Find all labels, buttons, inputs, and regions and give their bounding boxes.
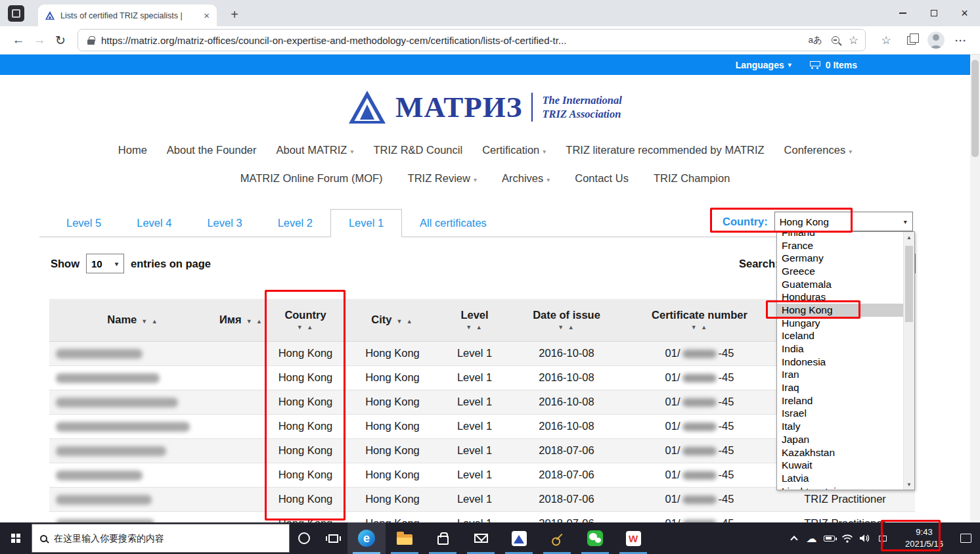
- refresh-button[interactable]: ↻: [50, 30, 71, 51]
- taskbar-search-input[interactable]: [54, 533, 289, 543]
- tab-level-5[interactable]: Level 5: [49, 209, 119, 237]
- browser-tab[interactable]: Lists of certified TRIZ specialists | ×: [38, 5, 217, 26]
- nav-item-archives[interactable]: Archives▾: [502, 172, 550, 185]
- redacted-certificate-number: [682, 447, 717, 455]
- country-option-kuwait[interactable]: Kuwait: [777, 459, 903, 472]
- country-option-honduras[interactable]: Honduras: [777, 290, 903, 304]
- workspace-icon[interactable]: [8, 5, 24, 22]
- city-cell: Hong Kong: [345, 390, 440, 414]
- tab-close-icon[interactable]: ×: [202, 11, 212, 20]
- column-header-level[interactable]: Level▼ ▲: [440, 299, 509, 341]
- back-button[interactable]: ←: [8, 30, 29, 51]
- nav-item-triz-r-d-council[interactable]: TRIZ R&D Council: [373, 144, 462, 156]
- translate-icon[interactable]: aあ: [808, 34, 822, 46]
- country-option-iraq[interactable]: Iraq: [777, 381, 903, 394]
- profile-button[interactable]: [925, 29, 947, 51]
- onedrive-cloud-icon[interactable]: ☁: [803, 522, 820, 554]
- url-field[interactable]: https://matriz.org/matriz-offices/counci…: [78, 29, 866, 51]
- dropdown-scrollbar[interactable]: ▲ ▼: [903, 232, 914, 490]
- forward-button[interactable]: →: [29, 30, 50, 51]
- country-option-japan[interactable]: Japan: [777, 433, 903, 446]
- task-view-button[interactable]: [319, 522, 347, 554]
- taskbar-app-key[interactable]: [538, 522, 576, 554]
- country-option-germany[interactable]: Germany: [777, 252, 903, 265]
- country-option-kazakhstan[interactable]: Kazakhstan: [777, 446, 903, 459]
- close-button[interactable]: ×: [949, 0, 980, 26]
- address-bar: ← → ↻ https://matriz.org/matriz-offices/…: [0, 26, 980, 55]
- new-tab-button[interactable]: +: [225, 5, 244, 24]
- column-header-name[interactable]: Name▼ ▲: [49, 299, 217, 341]
- country-option-indonesia[interactable]: Indonesia: [777, 356, 903, 369]
- column-header-certificate-number[interactable]: Certificate number▼ ▲: [624, 299, 775, 341]
- country-option-iran[interactable]: Iran: [777, 369, 903, 382]
- taskbar-app-edge[interactable]: [347, 522, 386, 554]
- battery-icon[interactable]: [820, 522, 838, 554]
- country-option-greece[interactable]: Greece: [777, 265, 903, 278]
- favorites-button[interactable]: ☆: [875, 29, 897, 51]
- add-favorite-icon[interactable]: ☆: [849, 34, 858, 47]
- nav-item-home[interactable]: Home: [118, 144, 147, 156]
- minimize-button[interactable]: [887, 0, 918, 26]
- tab-level-2[interactable]: Level 2: [260, 209, 330, 237]
- nav-item-triz-literature-recommended-by-matriz[interactable]: TRIZ literature recommended by MATRIZ: [566, 144, 764, 156]
- taskbar-clock[interactable]: 9:43 2021/5/16: [895, 526, 953, 549]
- cart-button[interactable]: 0 Items: [810, 60, 857, 70]
- nav-item-certification[interactable]: Certification▾: [482, 144, 546, 156]
- collections-button[interactable]: [900, 29, 922, 51]
- network-icon[interactable]: [838, 522, 856, 554]
- tab-level-3[interactable]: Level 3: [189, 209, 259, 237]
- country-option-finland[interactable]: Finland: [777, 232, 903, 239]
- page-scrollbar-thumb[interactable]: [971, 60, 979, 157]
- column-header-country[interactable]: Country▼ ▲: [266, 299, 345, 341]
- nav-item-about-matriz[interactable]: About MATRIZ▾: [277, 144, 354, 156]
- country-select[interactable]: Hong Kong ▾: [774, 212, 913, 231]
- nav-item-contact-us[interactable]: Contact Us: [575, 172, 629, 185]
- taskbar-app-matriz[interactable]: [500, 522, 538, 554]
- country-option-guatemala[interactable]: Guatemala: [777, 278, 903, 291]
- country-option-israel[interactable]: Israel: [777, 407, 903, 421]
- taskbar-search[interactable]: [32, 524, 290, 553]
- page-size-select[interactable]: 10 ▾: [86, 254, 124, 273]
- languages-menu[interactable]: Languages ▾: [736, 60, 791, 70]
- scroll-down-icon[interactable]: ▼: [904, 479, 914, 490]
- tab-level-4[interactable]: Level 4: [119, 209, 189, 237]
- country-option-france[interactable]: France: [777, 239, 903, 252]
- column-header-city[interactable]: City▼ ▲: [345, 299, 440, 341]
- tray-expand-button[interactable]: [785, 522, 803, 554]
- nav-item-conferences[interactable]: Conferences▾: [784, 144, 853, 156]
- scrollbar-thumb[interactable]: [905, 246, 913, 322]
- taskbar-app-wps[interactable]: [614, 522, 652, 554]
- page-scrollbar[interactable]: [970, 55, 980, 522]
- action-center-button[interactable]: [957, 522, 975, 554]
- taskbar-app-file-explorer[interactable]: [386, 522, 424, 554]
- country-option-liechtenstein[interactable]: Liechtenstein: [777, 485, 903, 490]
- settings-menu-button[interactable]: ···: [950, 29, 972, 51]
- column-header-col-1[interactable]: Имя▼ ▲: [217, 299, 266, 341]
- taskbar-app-wechat[interactable]: [576, 522, 614, 554]
- country-option-ireland[interactable]: Ireland: [777, 394, 903, 407]
- scroll-up-icon[interactable]: ▲: [904, 232, 914, 242]
- country-option-hungary[interactable]: Hungary: [777, 317, 903, 330]
- zoom-icon[interactable]: [832, 36, 839, 44]
- start-button[interactable]: [0, 522, 32, 554]
- taskbar-app-mail[interactable]: [462, 522, 500, 554]
- nav-item-about-the-founder[interactable]: About the Founder: [167, 144, 257, 156]
- nav-item-triz-review[interactable]: TRIZ Review▾: [408, 172, 477, 185]
- ime-indicator[interactable]: [874, 522, 891, 554]
- tab-all-certificates[interactable]: All certificates: [402, 209, 504, 237]
- country-option-italy[interactable]: Italy: [777, 420, 903, 433]
- volume-icon[interactable]: [856, 522, 874, 554]
- maximize-button[interactable]: [918, 0, 949, 26]
- redacted-name: [56, 373, 160, 383]
- table-row: Hong Kong Hong Kong Level 1 2018-07-06 0…: [49, 487, 915, 511]
- tab-level-1[interactable]: Level 1: [330, 209, 402, 237]
- country-option-latvia[interactable]: Latvia: [777, 472, 903, 485]
- taskbar-app-store[interactable]: [424, 522, 462, 554]
- country-option-hong-kong[interactable]: Hong Kong: [777, 304, 903, 317]
- nav-item-triz-champion[interactable]: TRIZ Champion: [654, 172, 730, 185]
- column-header-date-of-issue[interactable]: Date of issue▼ ▲: [509, 299, 624, 341]
- cortana-button[interactable]: [290, 522, 319, 554]
- country-option-iceland[interactable]: Iceland: [777, 330, 903, 343]
- nav-item-matriz-online-forum-mof[interactable]: MATRIZ Online Forum (MOF): [240, 172, 383, 185]
- country-option-india[interactable]: India: [777, 342, 903, 356]
